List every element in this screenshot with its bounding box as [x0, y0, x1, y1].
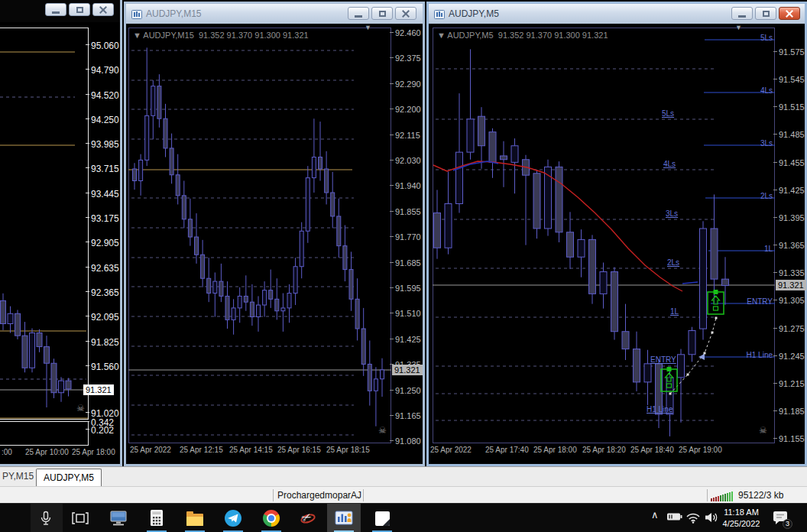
- maximize-icon: [763, 11, 770, 17]
- level-label: 4Ls: [663, 160, 676, 168]
- window-titlebar[interactable]: AUDJPY,M5: [429, 4, 805, 24]
- time-label: :00: [2, 448, 12, 456]
- metatrader-icon[interactable]: [334, 508, 354, 528]
- price-tick: 92.095: [91, 312, 119, 323]
- level-label: 3Ls: [666, 209, 678, 218]
- signal-bar: [711, 498, 712, 501]
- minimize-icon: [355, 15, 362, 18]
- price-tick: 91.825: [91, 337, 119, 348]
- time-label: 25 Apr 2022: [130, 446, 171, 454]
- price-tag: 91.321: [392, 365, 423, 375]
- notes-icon[interactable]: [372, 508, 392, 528]
- minimize-button[interactable]: [731, 7, 753, 20]
- price-tick: 91.185: [779, 407, 805, 416]
- skull-icon: ☠: [76, 403, 85, 414]
- level-label: ENTRY: [650, 355, 676, 364]
- price-tick: 94.250: [91, 115, 119, 125]
- signal-bar: [722, 495, 724, 501]
- price-tick: 94.790: [91, 65, 119, 76]
- level-label: 4Ls: [737, 86, 773, 95]
- price-tick: 92.200: [395, 105, 421, 114]
- price-tick: 91.510: [395, 309, 421, 318]
- level-label: 5Ls: [737, 34, 773, 42]
- indicator-subwindow[interactable]: [0, 421, 89, 446]
- wifi-icon[interactable]: [685, 511, 701, 527]
- price-tick: 93.985: [91, 139, 119, 150]
- time-label: 25 Apr 18:00: [72, 448, 115, 456]
- close-icon: [401, 9, 410, 18]
- microphone-icon[interactable]: [36, 508, 56, 528]
- signal-bar: [729, 492, 731, 501]
- price-tick: 91.515: [779, 102, 805, 112]
- separator: [363, 489, 364, 501]
- price-tick: 91.545: [779, 75, 805, 84]
- chart-document-icon: [131, 8, 142, 22]
- minimize-button[interactable]: [45, 3, 66, 16]
- window-titlebar[interactable]: [0, 0, 120, 22]
- tray-clock[interactable]: 11:18 AM 4/25/2022: [717, 507, 766, 530]
- time-label: 25 Apr 2022: [430, 446, 472, 454]
- price-tick: 91.455: [779, 158, 805, 167]
- price-tag: 91.321: [83, 384, 114, 395]
- maximize-button[interactable]: [69, 3, 90, 16]
- close-button[interactable]: [779, 7, 800, 20]
- signal-bar: [713, 498, 715, 501]
- window-titlebar[interactable]: AUDJPY,M15: [126, 4, 423, 24]
- price-tick: 91.275: [779, 324, 805, 333]
- tray-chevron-icon[interactable]: ∧: [651, 509, 659, 521]
- telegram-icon[interactable]: [223, 508, 243, 528]
- signal-bar: [720, 495, 721, 501]
- maximize-icon: [379, 11, 386, 17]
- calculator-icon[interactable]: [147, 508, 167, 528]
- price-tick: 93.175: [91, 213, 119, 224]
- price-tick: 92.375: [395, 54, 421, 63]
- traffic-counter: 95122/3 kb: [738, 490, 783, 501]
- price-tick: 92.905: [91, 238, 119, 248]
- chrome-icon[interactable]: [261, 508, 281, 528]
- maximize-icon: [76, 7, 83, 13]
- snipping-tool-icon[interactable]: ✂: [298, 508, 318, 528]
- computer-icon[interactable]: [109, 508, 128, 528]
- price-tick: 91.395: [779, 213, 805, 222]
- chart-plot[interactable]: [433, 28, 775, 443]
- level-label: 1L: [670, 307, 679, 316]
- chart-plot[interactable]: [0, 28, 89, 420]
- signal-bar: [724, 494, 726, 501]
- price-tick: 92.365: [91, 287, 119, 298]
- time-label: 25 Apr 16:15: [277, 446, 321, 454]
- price-tick: 91.560: [91, 362, 119, 372]
- separator: [707, 489, 708, 501]
- taskbar: ✂ ∧ 11:18 AM 4/25/2022 3: [0, 503, 807, 532]
- clock-time: 11:18 AM: [717, 507, 766, 518]
- price-tick: 91.250: [395, 386, 421, 395]
- minimize-icon: [738, 15, 746, 18]
- maximize-button[interactable]: [371, 7, 393, 20]
- signal-bar: [731, 491, 733, 501]
- time-label: 25 Apr 18:15: [326, 446, 370, 454]
- close-button[interactable]: [92, 3, 114, 16]
- price-tick: 92.635: [91, 263, 119, 274]
- indicator-value: 0.202: [91, 425, 114, 436]
- task-view-icon[interactable]: [70, 508, 90, 528]
- close-button[interactable]: [395, 7, 416, 20]
- clock-date: 4/25/2022: [717, 518, 766, 530]
- time-label: 25 Apr 19:00: [679, 446, 722, 454]
- price-tick: 91.575: [779, 47, 805, 57]
- file-explorer-icon[interactable]: [185, 508, 205, 528]
- level-label: 3Ls: [737, 139, 773, 148]
- price-tick: 91.245: [779, 352, 805, 361]
- tab-audjpy-m5[interactable]: AUDJPY,M5: [36, 469, 102, 487]
- minimize-button[interactable]: [348, 7, 369, 20]
- price-tick: 92.290: [395, 79, 421, 89]
- price-tag: 91.321: [776, 280, 806, 290]
- notification-badge: 3: [783, 519, 792, 529]
- price-tick: 91.365: [779, 241, 805, 250]
- chart-plot[interactable]: [128, 28, 391, 443]
- battery-icon[interactable]: [666, 511, 683, 525]
- price-tick: 92.115: [395, 131, 420, 140]
- price-tick: 91.305: [779, 296, 805, 305]
- price-tick: 93.715: [91, 164, 119, 174]
- maximize-button[interactable]: [755, 7, 776, 20]
- skull-icon: ☠: [759, 425, 767, 436]
- tab-audjpy-m15[interactable]: PY,M15: [2, 471, 34, 482]
